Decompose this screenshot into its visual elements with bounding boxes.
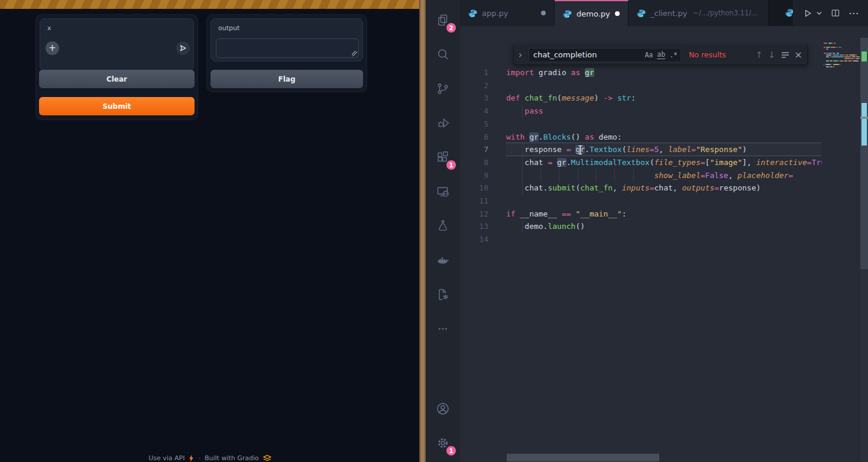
line-number: 11: [460, 195, 488, 208]
gradio-footer: Use via API · Built with Gradio: [0, 454, 420, 462]
line-number: 6: [460, 131, 488, 144]
find-in-selection-button[interactable]: [781, 51, 789, 59]
find-query-text[interactable]: chat_completion: [533, 50, 640, 59]
code-line[interactable]: show_label=False, placeholder=: [506, 169, 822, 182]
editor-actions: ⋯: [793, 0, 868, 26]
tab-path-description: ~/.../python3.11/...: [693, 9, 757, 17]
python-file-icon: [468, 9, 477, 18]
modified-dot[interactable]: [541, 11, 546, 15]
code-line[interactable]: pass: [506, 105, 822, 118]
activity-bar: 2 1: [426, 0, 460, 462]
code-line[interactable]: [506, 195, 822, 208]
line-number: 4: [460, 105, 488, 118]
tab-demo-py[interactable]: demo.py: [555, 0, 629, 26]
ruler-write-highlight-marker: [861, 51, 867, 62]
docker-icon[interactable]: [429, 246, 457, 274]
tab-app-py[interactable]: app.py: [460, 0, 555, 26]
find-close-button[interactable]: ×: [795, 49, 802, 60]
use-via-api-link[interactable]: Use via API: [148, 454, 184, 462]
api-bolt-icon: [189, 455, 194, 462]
code-line[interactable]: [506, 233, 822, 246]
extensions-icon[interactable]: 1: [429, 143, 457, 172]
window-top-stripe: [0, 0, 420, 9]
run-python-button[interactable]: [802, 8, 812, 18]
code-editor[interactable]: 1import gradio as gr23def chat_fn(messag…: [460, 26, 868, 462]
tab-label: _client.py: [650, 9, 687, 18]
built-with-gradio-link[interactable]: Built with Gradio: [205, 454, 259, 462]
footer-separator: ·: [198, 454, 200, 462]
code-line[interactable]: [506, 79, 822, 92]
desktop-gap: [419, 0, 426, 462]
tab-bar: app.py demo.py _client.py ~/.../python3.…: [460, 0, 868, 26]
settings-badge: 1: [446, 446, 456, 455]
submit-button[interactable]: Submit: [39, 97, 195, 115]
code-line[interactable]: with gr.Blocks() as demo:: [506, 131, 822, 144]
search-icon[interactable]: [429, 40, 457, 69]
extensions-badge: 1: [446, 160, 456, 170]
clear-button[interactable]: Clear: [39, 70, 195, 88]
remote-explorer-icon[interactable]: [429, 177, 457, 206]
find-input[interactable]: chat_completion Aa ab .*: [529, 48, 681, 62]
attach-file-button[interactable]: +: [46, 41, 59, 55]
code-line[interactable]: def chat_fn(message) -> str:: [506, 92, 822, 105]
testing-icon[interactable]: [429, 212, 457, 240]
line-number: 14: [460, 233, 488, 246]
line-number: 1: [460, 66, 488, 79]
gradio-app-window: x + Clear Submit output Flag Use via API…: [0, 0, 420, 462]
more-views-icon[interactable]: [429, 315, 457, 343]
line-number: 10: [460, 182, 488, 195]
ruler-cursor-line-marker: [860, 117, 868, 119]
accounts-icon[interactable]: [429, 395, 457, 423]
output-textbox: output: [210, 18, 363, 62]
run-dropdown-chevron-icon[interactable]: [816, 10, 822, 17]
minimap[interactable]: [822, 43, 860, 80]
python-file-icon: [563, 9, 572, 18]
send-icon: [179, 44, 187, 52]
code-line[interactable]: import gradio as gr: [506, 66, 822, 79]
overview-ruler-lower: [860, 269, 868, 462]
output-textarea[interactable]: [216, 38, 359, 58]
match-case-toggle[interactable]: Aa: [644, 51, 653, 59]
send-button[interactable]: [176, 41, 190, 55]
flag-button[interactable]: Flag: [210, 70, 363, 88]
output-label: output: [218, 24, 239, 32]
overview-ruler[interactable]: [860, 38, 868, 269]
line-number: 13: [460, 220, 488, 233]
regex-toggle[interactable]: .*: [669, 51, 678, 59]
code-line[interactable]: chat.submit(chat_fn, inputs=chat, output…: [506, 182, 822, 195]
resize-grip-icon[interactable]: [352, 51, 357, 56]
gradio-logo-icon: [263, 455, 271, 461]
settings-gear-icon[interactable]: 1: [429, 429, 457, 457]
modified-dot[interactable]: [615, 11, 620, 16]
clipped-tab-icon: [785, 8, 793, 18]
code-line[interactable]: [506, 118, 822, 131]
tab-client-py[interactable]: _client.py ~/.../python3.11/...: [629, 0, 769, 26]
horizontal-scrollbar[interactable]: [507, 454, 659, 461]
code-line[interactable]: chat = gr.MultimodalTextbox(file_types=[…: [506, 156, 822, 169]
file-settings-icon[interactable]: [429, 280, 457, 309]
multimodal-textbox[interactable]: x +: [40, 18, 194, 71]
input-label: x: [47, 24, 51, 32]
whole-word-toggle[interactable]: ab: [657, 50, 665, 59]
find-previous-button[interactable]: ↑: [755, 50, 763, 60]
explorer-icon[interactable]: 2: [429, 6, 457, 34]
line-number: 5: [460, 118, 488, 131]
find-collapse-chevron[interactable]: ›: [517, 50, 523, 60]
line-number: 3: [460, 92, 488, 105]
code-line[interactable]: if __name__ == "__main__":: [506, 208, 822, 221]
split-editor-button[interactable]: [831, 8, 840, 18]
find-widget: › chat_completion Aa ab .* No results ↑ …: [513, 45, 808, 65]
source-control-icon[interactable]: [429, 75, 457, 103]
find-next-button[interactable]: ↓: [768, 50, 776, 60]
more-actions-button[interactable]: ⋯: [848, 7, 859, 19]
run-debug-icon[interactable]: [429, 109, 457, 137]
line-number: 2: [460, 79, 488, 92]
find-results-count: No results: [689, 50, 750, 59]
line-number: 7: [460, 143, 488, 156]
line-number: 8: [460, 156, 488, 169]
code-line[interactable]: demo.launch(): [506, 220, 822, 233]
code-line[interactable]: response = gr.Textbox(lines=5, label="Re…: [506, 143, 822, 156]
tab-label: app.py: [482, 9, 509, 18]
line-number: 9: [460, 169, 488, 182]
explorer-badge: 2: [446, 23, 456, 33]
